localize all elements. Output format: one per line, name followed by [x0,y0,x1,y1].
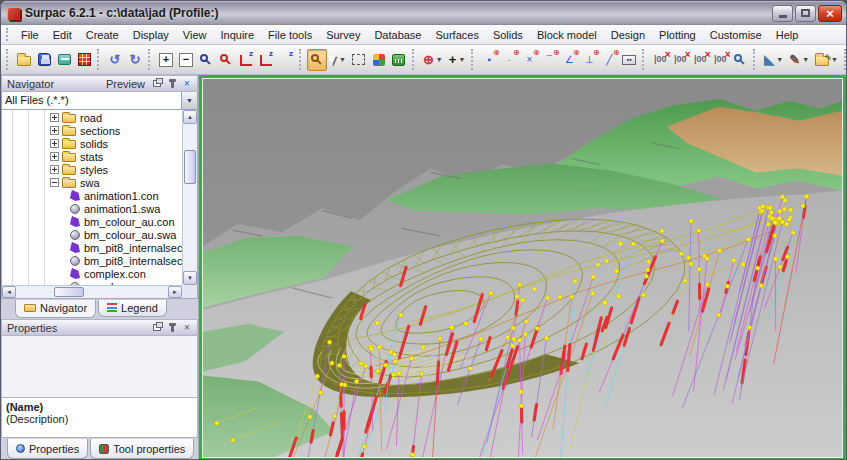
snap-arc-button[interactable]: ⌒ [539,49,559,71]
measure-angle-button[interactable]: ⊕▼ [420,49,446,71]
menu-solids[interactable]: Solids [486,27,530,43]
menu-plotting[interactable]: Plotting [652,27,703,43]
tree-item-complex-con-con[interactable]: complex.con [2,267,182,280]
tree-hscrollbar[interactable]: ◄ ► [2,285,182,298]
float-properties-button[interactable] [150,321,164,334]
scroll-right-icon[interactable]: ► [168,286,182,298]
menu-database[interactable]: Database [367,27,428,43]
expand-icon[interactable] [50,113,59,122]
zoom-out-button[interactable]: − [176,49,196,71]
hscroll-thumb[interactable] [54,287,84,297]
view-xy-plane-button[interactable] [276,49,296,71]
tree-vscrollbar[interactable]: ▲ ▼ [182,110,197,285]
tree-item-styles[interactable]: styles [2,163,182,176]
snap-node-button[interactable]: ∙ [499,49,519,71]
tree-item-swa[interactable]: swa [2,176,182,189]
crosshair-tool-button[interactable]: +▼ [446,49,469,71]
snap-point-button[interactable]: ▪ [479,49,499,71]
zoom-data-extents-button[interactable] [216,49,236,71]
view-yz-plane-button[interactable] [256,49,276,71]
tree-item-sections[interactable]: sections [2,124,182,137]
menu-file[interactable]: File [14,27,46,43]
chevron-down-icon: ▼ [458,56,465,63]
snap-angle-button[interactable]: ∠ [559,49,579,71]
tree-item-bm-colour-au-con-con[interactable]: bm_colour_au.con [2,215,182,228]
zoom-pan-mode-button[interactable] [307,49,327,71]
expand-icon[interactable] [50,126,59,135]
dtm-tools-button[interactable]: ◣▼ [761,49,786,71]
combo-dropdown-button[interactable]: ▼ [181,92,197,109]
strings-hide-all-button[interactable]: |00 [650,49,670,71]
view-xz-plane-button[interactable] [236,49,256,71]
pin-properties-button[interactable] [165,321,179,334]
scroll-down-icon[interactable]: ▼ [183,271,197,285]
preview-button[interactable]: Preview [106,78,145,90]
tab-navigator[interactable]: Navigator [15,300,96,318]
menu-help[interactable]: Help [769,27,806,43]
snap-intersection-button[interactable]: × [519,49,539,71]
pin-pane-button[interactable] [165,77,179,90]
graphics-viewport[interactable] [199,75,846,460]
strings-show-range-button[interactable]: |00 [690,49,710,71]
maximize-button[interactable] [795,5,816,22]
graphics-layers-button[interactable] [389,49,409,71]
menu-file-tools[interactable]: File tools [261,27,319,43]
box-select-button[interactable] [349,49,369,71]
expand-icon[interactable] [50,139,59,148]
tab-tool-properties[interactable]: Tool properties [90,439,194,459]
strings-show-all-button[interactable]: |00 [710,49,730,71]
tab-properties[interactable]: Properties [7,439,88,459]
title-bar[interactable]: Surpac 6.2.1 - c:\data\jad (Profile:) × [1,1,846,25]
close-button[interactable]: × [818,5,842,22]
scroll-up-icon[interactable]: ▲ [183,110,197,124]
identify-point-button[interactable] [730,49,750,71]
menu-view[interactable]: View [176,27,214,43]
tree-item-stats[interactable]: stats [2,150,182,163]
menu-create[interactable]: Create [79,27,126,43]
tree-item-bm-pit8-internalsec-swa[interactable]: bm_pit8_internalsec [2,254,182,267]
menu-inquire[interactable]: Inquire [213,27,261,43]
redo-icon: ↻ [130,53,141,66]
menu-design[interactable]: Design [604,27,652,43]
menu-display[interactable]: Display [126,27,176,43]
float-pane-button[interactable] [150,77,164,90]
tab-legend[interactable]: Legend [98,300,167,317]
scroll-left-icon[interactable]: ◄ [2,286,16,298]
tree-item-bm-colour-au-swa-swa[interactable]: bm_colour_au.swa [2,228,182,241]
minimize-button[interactable] [772,5,793,22]
redo-button[interactable]: ↻ [125,49,145,71]
tree-item-animation1-swa-swa[interactable]: animation1.swa [2,202,182,215]
open-file-button[interactable] [14,49,34,71]
expand-icon[interactable] [50,165,59,174]
undo-button[interactable]: ↺ [105,49,125,71]
file-functions-button[interactable]: ▼ [812,49,841,71]
strings-hide-range-button[interactable]: |00 [670,49,690,71]
tree-item-road[interactable]: road [2,111,182,124]
snap-marker-button[interactable]: ▪▪ [619,49,639,71]
menu-surfaces[interactable]: Surfaces [428,27,485,43]
save-file-button[interactable] [34,49,54,71]
menu-edit[interactable]: Edit [46,27,79,43]
close-properties-button[interactable]: × [180,321,194,334]
menu-survey[interactable]: Survey [319,27,367,43]
scene-svg[interactable] [203,79,842,457]
menu-customise[interactable]: Customise [703,27,769,43]
zoom-magnify-button[interactable] [196,49,216,71]
expand-icon[interactable] [50,152,59,161]
exit-graphics-button[interactable] [74,49,94,71]
close-pane-button[interactable]: × [180,77,194,90]
snap-line-button[interactable]: ╱ [599,49,619,71]
select-mode-button[interactable]: ▼ [327,49,349,71]
snap-perpendicular-button[interactable]: ⊥ [579,49,599,71]
edit-tools-button[interactable]: ✎▼ [786,49,812,71]
tree-item-bm-pit8-internalsec-con[interactable]: bm_pit8_internalsec [2,241,182,254]
rotate-data-button[interactable] [369,49,389,71]
plot-window-button[interactable] [54,49,74,71]
menu-block-model[interactable]: Block model [530,27,604,43]
tree-item-animation1-con-con[interactable]: animation1.con [2,189,182,202]
file-filter-combo[interactable]: All Files (.*.*) ▼ [1,92,198,110]
collapse-icon[interactable] [50,178,59,187]
vscroll-thumb[interactable] [184,150,196,184]
tree-item-solids[interactable]: solids [2,137,182,150]
zoom-in-button[interactable]: + [156,49,176,71]
